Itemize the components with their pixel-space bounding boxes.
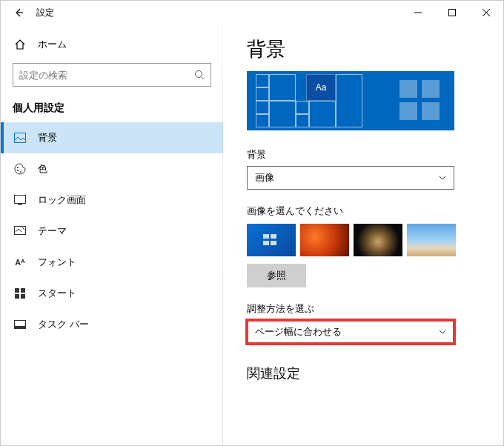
minimize-button[interactable] bbox=[401, 1, 435, 24]
sidebar-item-label: 色 bbox=[38, 162, 47, 176]
picture-thumbnails bbox=[247, 224, 497, 256]
fit-dropdown[interactable]: ページ幅に合わせる bbox=[247, 320, 454, 344]
svg-rect-0 bbox=[449, 10, 456, 16]
window-title: 設定 bbox=[36, 7, 54, 19]
page-title: 背景 bbox=[247, 36, 497, 62]
fit-label: 調整方法を選ぶ bbox=[247, 302, 497, 316]
search-icon bbox=[194, 70, 205, 80]
search-input[interactable] bbox=[19, 70, 194, 81]
start-icon bbox=[13, 288, 27, 299]
picture-icon bbox=[13, 133, 27, 143]
sidebar-item-label: ロック画面 bbox=[38, 193, 86, 207]
svg-rect-6 bbox=[15, 196, 26, 204]
window-controls bbox=[401, 1, 503, 24]
svg-point-4 bbox=[17, 170, 19, 171]
sidebar-item-label: スタート bbox=[38, 287, 76, 300]
thumbnail-2[interactable] bbox=[300, 224, 349, 256]
svg-rect-12 bbox=[21, 294, 25, 299]
svg-point-1 bbox=[196, 71, 202, 78]
taskbar-icon bbox=[13, 320, 27, 329]
sidebar: ホーム 個人用設定 背景 色 ロック画面 テーマ AA フォント bbox=[1, 24, 223, 445]
desktop-preview: Aa bbox=[247, 71, 454, 130]
sidebar-item-start[interactable]: スタート bbox=[1, 278, 223, 309]
preview-sample-text: Aa bbox=[306, 74, 336, 101]
sidebar-item-label: テーマ bbox=[38, 224, 67, 238]
chevron-down-icon bbox=[439, 330, 446, 334]
background-label: 背景 bbox=[247, 148, 497, 162]
close-button[interactable] bbox=[469, 1, 503, 24]
close-icon bbox=[483, 9, 490, 16]
font-icon: AA bbox=[13, 258, 27, 267]
choose-picture-label: 画像を選んでください bbox=[247, 204, 497, 218]
sidebar-section-label: 個人用設定 bbox=[1, 97, 223, 122]
palette-icon bbox=[13, 163, 27, 175]
svg-point-3 bbox=[17, 167, 19, 168]
svg-rect-2 bbox=[15, 133, 26, 143]
home-icon bbox=[13, 39, 27, 50]
home-label: ホーム bbox=[38, 38, 67, 51]
theme-icon bbox=[13, 226, 27, 236]
background-dropdown-value: 画像 bbox=[255, 171, 274, 184]
search-box[interactable] bbox=[13, 63, 211, 87]
svg-rect-10 bbox=[21, 288, 25, 293]
thumbnail-4[interactable] bbox=[407, 224, 456, 256]
background-dropdown[interactable]: 画像 bbox=[247, 166, 454, 190]
maximize-icon bbox=[448, 9, 456, 16]
maximize-button[interactable] bbox=[435, 1, 469, 24]
browse-button[interactable]: 参照 bbox=[247, 264, 306, 287]
svg-rect-9 bbox=[15, 288, 19, 293]
lockscreen-icon bbox=[13, 195, 27, 205]
svg-rect-11 bbox=[15, 294, 19, 299]
fit-dropdown-value: ページ幅に合わせる bbox=[255, 325, 342, 339]
minimize-icon bbox=[414, 9, 422, 16]
back-button[interactable] bbox=[7, 1, 30, 24]
thumbnail-1[interactable] bbox=[247, 224, 296, 256]
sidebar-item-label: 背景 bbox=[38, 131, 57, 144]
svg-rect-14 bbox=[15, 326, 25, 328]
sidebar-item-lockscreen[interactable]: ロック画面 bbox=[1, 184, 223, 216]
chevron-down-icon bbox=[439, 176, 446, 180]
thumbnail-3[interactable] bbox=[354, 224, 402, 256]
arrow-left-icon bbox=[13, 7, 24, 18]
svg-point-5 bbox=[20, 171, 21, 173]
svg-rect-7 bbox=[18, 204, 22, 205]
sidebar-item-colors[interactable]: 色 bbox=[1, 153, 223, 184]
related-settings-heading: 関連設定 bbox=[247, 365, 497, 382]
sidebar-item-label: タスク バー bbox=[38, 318, 89, 331]
sidebar-item-background[interactable]: 背景 bbox=[1, 122, 223, 153]
content-area: 背景 Aa 背景 画像 bbox=[223, 24, 503, 445]
sidebar-item-fonts[interactable]: AA フォント bbox=[1, 247, 223, 278]
sidebar-item-taskbar[interactable]: タスク バー bbox=[1, 309, 223, 340]
titlebar: 設定 bbox=[1, 1, 503, 24]
sidebar-item-themes[interactable]: テーマ bbox=[1, 216, 223, 247]
sidebar-item-label: フォント bbox=[38, 256, 76, 269]
home-nav[interactable]: ホーム bbox=[1, 30, 223, 59]
